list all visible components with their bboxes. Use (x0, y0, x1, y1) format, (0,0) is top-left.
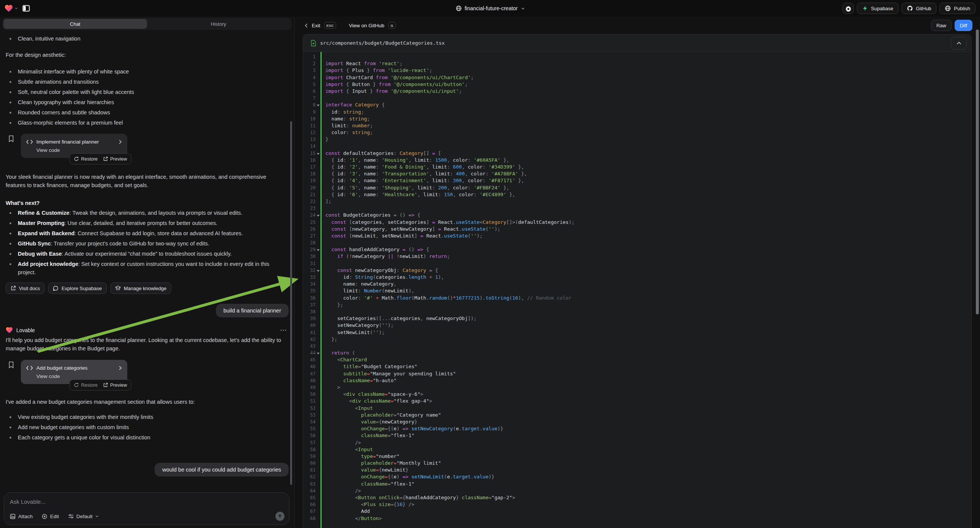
file-header-bar[interactable]: src/components/budget/BudgetCategories.t… (303, 35, 971, 52)
version-card-title: Add budget categories (37, 365, 115, 371)
code-line: 60 placeholder="Monthly limit" (303, 460, 971, 467)
code-line: 34 name: newCategory, (303, 281, 971, 288)
chat-composer[interactable]: Ask Lovable... Attach Edit (4, 492, 290, 525)
bookmark-icon[interactable] (8, 361, 14, 369)
code-line: 5import { Button } from '@/components/ui… (303, 81, 971, 88)
list-item: Add project knowledge: Set key context o… (6, 260, 289, 277)
project-switcher[interactable]: financial-future-creator (455, 0, 524, 17)
code-line: 33 id: String(categories.length + 1), (303, 274, 971, 281)
lovable-logo-menu[interactable] (5, 5, 18, 12)
chat-message-list[interactable]: Clean, intuitive navigation For the desi… (0, 32, 294, 492)
code-line: 29 const handleAddCategory = () => { (303, 246, 971, 253)
restore-button[interactable]: Restore (74, 383, 98, 388)
code-line: 12 color: string; (303, 129, 971, 136)
list-item: Each category gets a unique color for vi… (6, 433, 289, 442)
file-path: src/components/budget/BudgetCategories.t… (320, 40, 947, 46)
preview-label: Preview (110, 156, 127, 162)
globe-icon (455, 5, 461, 11)
assistant-paragraph: Your sleek financial planner is now read… (6, 173, 286, 189)
attach-button[interactable]: Attach (10, 514, 33, 519)
list-item: Glass-morphic elements for a premium fee… (6, 119, 289, 127)
lovable-heart-icon (6, 327, 13, 333)
explore-supabase-button[interactable]: Explore Supabase (48, 283, 107, 294)
code-line: 65 <Button onClick={handleAddCategory} c… (303, 494, 971, 501)
code-line: 45 <ChartCard (303, 356, 971, 363)
more-options-icon[interactable] (280, 329, 286, 331)
code-line: 55 onChange={(e) => setNewCategory(e.tar… (303, 425, 971, 432)
code-line: 2import React from 'react'; (303, 60, 971, 67)
features-bullet-list: View existing budget categories with the… (6, 413, 289, 442)
restore-button[interactable]: Restore (74, 156, 98, 162)
chat-scrollbar-thumb[interactable] (290, 121, 292, 485)
code-line: 50 <div className="space-y-6"> (303, 391, 971, 398)
list-item: GitHub Sync: Transfer your project's cod… (6, 239, 289, 248)
bookmark-icon[interactable] (8, 135, 14, 142)
code-icon (26, 139, 33, 144)
github-button-label: GitHub (916, 6, 931, 11)
chat-bubble-icon (53, 286, 58, 291)
code-view-panel: Exit ESC View on GitHub G Raw Diff src/c… (295, 17, 980, 528)
code-line: 36 color: '#' + Math.floor(Math.random()… (303, 295, 971, 302)
version-card-2-wrap: Add budget categories View code (21, 360, 127, 390)
code-line: 56 className="flex-1" (303, 432, 971, 439)
gear-icon (845, 5, 851, 12)
list-item: Expand with Backend: Connect Supabase to… (6, 229, 289, 237)
view-on-github-link[interactable]: View on GitHub (349, 23, 385, 29)
restore-label: Restore (81, 156, 98, 162)
edit-label: Edit (50, 514, 59, 519)
diff-toggle-button[interactable]: Diff (955, 20, 972, 31)
composer-input[interactable]: Ask Lovable... (10, 498, 45, 505)
tab-history[interactable]: History (147, 19, 291, 29)
preview-label: Preview (110, 383, 127, 388)
publish-button[interactable]: Publish (939, 3, 975, 14)
explore-supabase-label: Explore Supabase (61, 286, 102, 291)
settings-button[interactable] (843, 3, 854, 14)
preview-button[interactable]: Preview (103, 383, 127, 388)
collapse-file-button[interactable] (951, 37, 967, 49)
code-line: 27 const [newLimit, setNewLimit] = React… (303, 232, 971, 239)
tab-chat[interactable]: Chat (3, 19, 147, 29)
code-icon (26, 366, 33, 371)
app-window: financial-future-creator Supabase (0, 0, 980, 528)
code-line: 13} (303, 136, 971, 143)
image-icon (10, 514, 16, 519)
code-line: 31 (303, 260, 971, 267)
assistant-paragraph: I've added a new budget categories manag… (6, 398, 286, 406)
exit-button[interactable]: Exit (312, 23, 320, 29)
code-scrollbar-thumb[interactable] (976, 30, 979, 314)
list-item: Refine & Customize: Tweak the design, an… (6, 209, 289, 217)
visit-docs-button[interactable]: Visit docs (6, 283, 45, 294)
preview-button[interactable]: Preview (103, 156, 127, 162)
code-line: 32 const newCategoryObj: Category = { (303, 267, 971, 274)
manage-knowledge-button[interactable]: Manage knowledge (110, 283, 172, 294)
code-editor[interactable]: 12import React from 'react';3import { Pl… (303, 52, 971, 528)
publish-globe-icon (945, 5, 951, 11)
raw-toggle-button[interactable]: Raw (931, 20, 951, 31)
list-item: Clean typography with clear hierarchies (6, 98, 289, 107)
list-item: Clean, intuitive navigation (6, 35, 289, 43)
edit-mode-button[interactable]: Edit (42, 514, 59, 519)
file-added-icon (311, 40, 316, 46)
supabase-button[interactable]: Supabase (857, 3, 899, 14)
version-card-1-wrap: Implement financial planner View code (21, 134, 127, 164)
code-line: 39 setCategories([...categories, newCate… (303, 315, 971, 322)
send-button[interactable] (275, 512, 285, 521)
external-link-icon (103, 156, 108, 161)
design-bullet-list: Minimalist interface with plenty of whit… (6, 67, 289, 127)
code-line: 53 placeholder="Category name" (303, 412, 971, 418)
top-bar: financial-future-creator Supabase (0, 0, 980, 17)
chevron-up-icon (956, 42, 961, 45)
code-line: 49 > (303, 384, 971, 391)
github-button[interactable]: GitHub (902, 3, 936, 14)
model-selector[interactable]: Default (68, 514, 99, 519)
diff-file-card: src/components/budget/BudgetCategories.t… (303, 34, 972, 528)
sliders-icon (68, 514, 74, 519)
code-line: 4import ChartCard from '@/components/ui/… (303, 74, 971, 81)
toggle-sidebar-button[interactable] (21, 3, 32, 14)
code-line: 59 type="number" (303, 453, 971, 460)
assistant-name: Lovable (16, 327, 35, 333)
code-line: 9 id: string; (303, 109, 971, 116)
code-line: 8interface Category { (303, 102, 971, 108)
code-line: 24const BudgetCategories = () => { (303, 212, 971, 219)
user-message-bubble: would be cool if you could add budget ca… (154, 463, 289, 477)
